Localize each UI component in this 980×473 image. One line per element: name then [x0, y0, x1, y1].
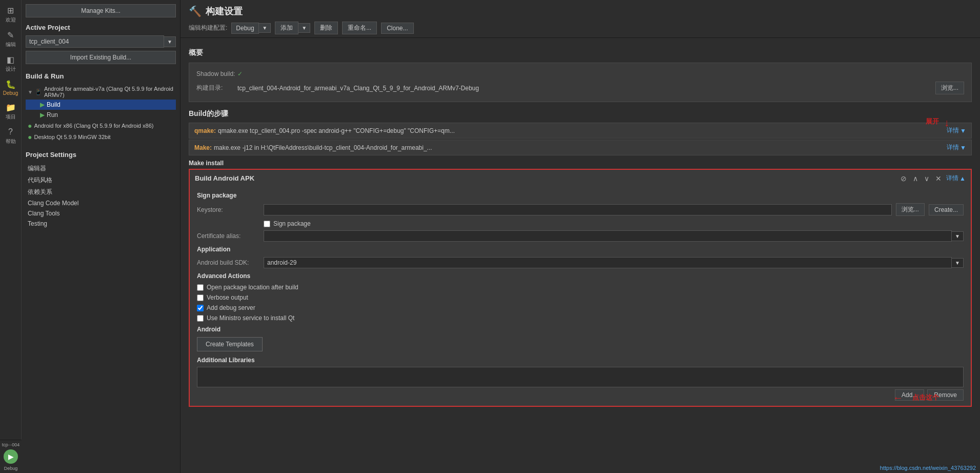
qmake-step-row: qmake: qmake.exe tcp_client_004.pro -spe… — [189, 123, 972, 139]
create-templates-button[interactable]: Create Templates — [197, 337, 263, 351]
bottom-bar: tcp···004 ▶ Debug — [0, 440, 22, 473]
qmake-step-label: qmake: — [194, 127, 216, 134]
qmake-details-button[interactable]: 详情 ▼ — [947, 126, 966, 135]
kit-name-label: Android for armeabi-v7a (Clang Qt 5.9.9 … — [44, 86, 174, 98]
sidebar-item-edit[interactable]: ✎ 编辑 — [1, 27, 21, 51]
build-run-section: Build & Run ▼ 📱 Android for armeabi-v7a … — [26, 72, 176, 143]
shadow-build-check: ✓ — [237, 70, 243, 77]
build-run-title: Build & Run — [26, 72, 176, 80]
x86-kit-label: Android for x86 (Clang Qt 5.9.9 for Andr… — [34, 123, 153, 129]
android-section-title: Android — [197, 326, 964, 333]
open-pkg-label: Open package location after build — [207, 284, 298, 291]
config-bar: 编辑构建配置: Debug ▼ 添加 ▼ 删除 重命名... Clone... — [189, 22, 972, 34]
add-debug-checkbox[interactable] — [197, 305, 204, 311]
keystore-row: Keystore: 浏览... Create... — [197, 203, 964, 216]
sidebar-item-project[interactable]: 📁 项目 — [1, 99, 21, 124]
import-existing-build-button[interactable]: Import Existing Build... — [26, 51, 176, 64]
hammer-icon: 🔨 — [189, 5, 202, 17]
run-tree-item[interactable]: ▶ Run — [26, 110, 176, 120]
ministro-checkbox[interactable] — [197, 315, 204, 322]
sign-pkg-label: Sign package — [273, 220, 311, 227]
add-debug-label: Add debug server — [207, 304, 255, 311]
cert-alias-arrow[interactable]: ▼ — [952, 231, 964, 241]
settings-link-clang-tools[interactable]: Clang Tools — [26, 208, 176, 219]
sidebar-item-design[interactable]: ◧ 设计 — [1, 51, 21, 76]
settings-link-codestyle[interactable]: 代码风格 — [26, 174, 176, 186]
project-selector: tcp_client_004 ▼ — [26, 35, 176, 48]
remove-lib-button[interactable]: Remove — [927, 389, 964, 401]
open-pkg-checkbox[interactable] — [197, 284, 204, 291]
config-label: 编辑构建配置: — [189, 24, 227, 32]
tree-kit-item[interactable]: ▼ 📱 Android for armeabi-v7a (Clang Qt 5.… — [26, 84, 176, 100]
apk-disable-button[interactable]: ⊘ — [899, 174, 908, 183]
open-pkg-row: Open package location after build — [197, 284, 964, 291]
apk-move-up-button[interactable]: ∧ — [911, 174, 919, 183]
add-lib-button[interactable]: Add... — [895, 389, 924, 401]
overview-heading: 概要 — [189, 48, 972, 57]
sidebar-item-help[interactable]: ? 帮助 — [1, 124, 21, 148]
build-dir-browse-button[interactable]: 浏览... — [935, 82, 964, 94]
tree-x86-kit-item[interactable]: ● Android for x86 (Clang Qt 5.9.9 for An… — [26, 120, 176, 131]
build-label: Build — [47, 101, 61, 108]
android-sdk-select[interactable]: android-29 — [264, 257, 952, 268]
overview-panel: Shadow build: ✓ 构建目录: tcp_client_004-And… — [189, 63, 972, 102]
settings-link-dependencies[interactable]: 依赖关系 — [26, 186, 176, 198]
build-dir-value: tcp_client_004-Android_for_armeabi_v7a_C… — [237, 85, 931, 92]
desktop-kit-label: Desktop Qt 5.9.9 MinGW 32bit — [34, 134, 110, 140]
x86-status-dot: ● — [28, 122, 32, 130]
additional-libs-title: Additional Libraries — [197, 357, 964, 364]
run-button[interactable]: ▶ — [4, 449, 18, 464]
desktop-status-dot: ● — [28, 133, 32, 141]
keystore-create-button[interactable]: Create... — [929, 204, 964, 215]
sign-package-title: Sign package — [197, 192, 964, 199]
manage-kits-button[interactable]: Manage Kits... — [26, 4, 176, 17]
build-arrow-icon: ▶ — [40, 101, 45, 108]
keystore-browse-button[interactable]: 浏览... — [896, 203, 925, 216]
tree-desktop-kit-item[interactable]: ● Desktop Qt 5.9.9 MinGW 32bit — [26, 131, 176, 143]
project-settings-title: Project Settings — [26, 151, 176, 159]
config-select[interactable]: Debug — [231, 23, 259, 34]
android-sdk-select-wrapper: android-29 ▼ — [264, 257, 964, 268]
run-label: Run — [47, 111, 58, 119]
settings-link-clang-model[interactable]: Clang Code Model — [26, 198, 176, 208]
add-config-button[interactable]: 添加 — [275, 22, 298, 34]
tree-expand-arrow: ▼ — [28, 89, 33, 95]
clone-config-button[interactable]: Clone... — [381, 23, 413, 34]
shadow-build-label: Shadow build: — [196, 70, 237, 77]
delete-config-button[interactable]: 删除 — [314, 22, 338, 34]
android-sdk-label: Android build SDK: — [197, 259, 264, 266]
sidebar-item-welcome[interactable]: ⊞ 欢迎 — [1, 2, 21, 27]
project-select-arrow[interactable]: ▼ — [164, 36, 176, 47]
keystore-input[interactable] — [264, 204, 892, 215]
build-dir-label: 构建目录: — [196, 84, 237, 92]
left-panel: Manage Kits... Active Project tcp_client… — [22, 0, 181, 473]
add-config-arrow[interactable]: ▼ — [298, 23, 310, 33]
rename-config-button[interactable]: 重命名... — [342, 22, 377, 34]
sign-pkg-checkbox[interactable] — [264, 221, 270, 227]
debug-icon: 🐛 — [6, 79, 16, 89]
sidebar-item-debug[interactable]: 🐛 Debug — [1, 76, 21, 99]
apk-move-down-button[interactable]: ∨ — [923, 174, 931, 183]
apk-remove-button[interactable]: ✕ — [934, 174, 943, 183]
build-tree-item[interactable]: ▶ Build — [26, 100, 176, 110]
verbose-checkbox[interactable] — [197, 294, 204, 301]
config-select-arrow[interactable]: ▼ — [259, 23, 271, 33]
settings-link-testing[interactable]: Testing — [26, 219, 176, 229]
android-sdk-arrow[interactable]: ▼ — [952, 258, 964, 268]
cert-alias-select[interactable] — [264, 230, 952, 242]
cert-alias-select-wrapper: ▼ — [264, 230, 964, 242]
apk-body: Sign package Keystore: 浏览... Create... S… — [190, 187, 971, 406]
settings-link-editor[interactable]: 编辑器 — [26, 163, 176, 174]
active-project-title: Active Project — [26, 24, 176, 31]
build-settings-title-row: 🔨 构建设置 — [189, 5, 972, 17]
project-select[interactable]: tcp_client_004 — [26, 35, 164, 48]
build-steps-heading: Build的步骤 — [189, 109, 972, 119]
android-kit-icon: 📱 — [35, 89, 42, 95]
advanced-actions-label: Advanced Actions — [197, 272, 964, 280]
verbose-row: Verbose output — [197, 294, 964, 301]
libs-buttons: Add... Remove — [197, 389, 964, 401]
build-android-apk-panel: Build Android APK ⊘ ∧ ∨ ✕ 详情 ▲ Sign — [189, 169, 972, 407]
apk-controls: ⊘ ∧ ∨ ✕ 详情 ▲ — [899, 174, 966, 183]
make-details-button[interactable]: 详情 ▼ — [947, 143, 966, 152]
apk-details-button[interactable]: 详情 ▲ — [946, 174, 966, 183]
